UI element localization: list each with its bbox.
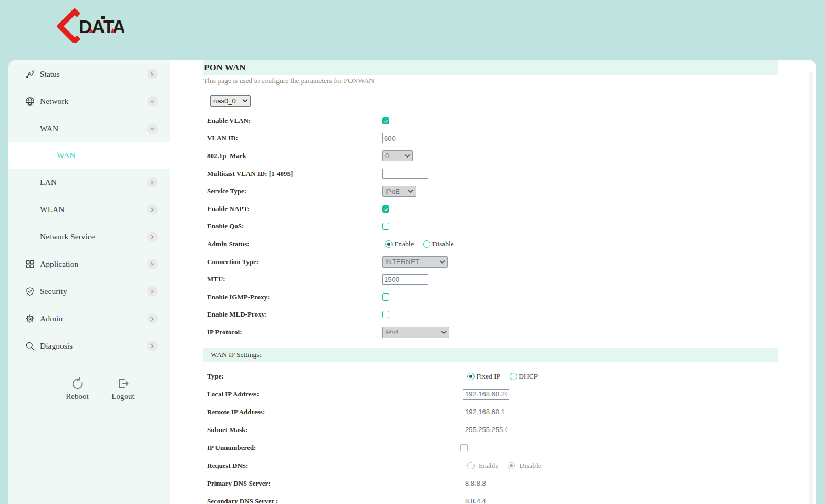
sidebar-item-label: WAN xyxy=(40,124,147,133)
local-ip-address-input[interactable] xyxy=(463,389,509,400)
radio-label: Disable xyxy=(519,461,541,470)
admin-status-enable-radio[interactable] xyxy=(385,240,393,248)
form-section-general: Enable VLAN: VLAN ID: 802.1p_Mark 0 xyxy=(203,112,778,341)
ip-protocol-select[interactable]: IPv4 xyxy=(382,327,449,338)
logout-button[interactable]: Logout xyxy=(107,376,139,401)
vlan-id-input[interactable] xyxy=(382,133,428,143)
magnifier-icon xyxy=(25,341,35,351)
chevron-right-icon[interactable] xyxy=(147,177,158,187)
form-row: Local IP Address: xyxy=(203,385,778,403)
dhcp-radio[interactable] xyxy=(510,373,517,380)
reboot-button[interactable]: Reboot xyxy=(61,376,94,401)
form-row: Enable IGMP-Proxy: xyxy=(203,288,778,306)
actions-divider xyxy=(100,374,100,403)
form-row: Primary DNS Server: xyxy=(203,475,778,492)
sidebar-item-label: Network xyxy=(40,97,147,106)
field-label: IP Protocol: xyxy=(203,328,382,337)
subnet-mask-input[interactable] xyxy=(463,425,509,435)
sidebar-item-application[interactable]: Application xyxy=(8,250,170,278)
connection-type-select[interactable]: INTERNET xyxy=(382,256,448,268)
form-row: MTU: xyxy=(203,270,778,288)
field-label: Enable VLAN: xyxy=(203,117,382,125)
chevron-right-icon[interactable] xyxy=(147,232,158,242)
sidebar-item-admin[interactable]: Admin xyxy=(8,305,170,332)
form-row: Enable VLAN: xyxy=(203,112,778,130)
form-row: Enable NAPT: xyxy=(203,200,778,218)
reboot-icon xyxy=(70,376,85,391)
enable-igmp-proxy-checkbox[interactable] xyxy=(382,293,389,301)
remote-ip-address-input[interactable] xyxy=(463,407,509,417)
request-dns-enable-radio[interactable] xyxy=(467,462,475,469)
chevron-down-icon[interactable] xyxy=(147,123,158,134)
sidebar-item-wan-group[interactable]: WAN xyxy=(8,115,170,142)
page-subtitle: This page is used to configure the param… xyxy=(203,77,778,85)
radio-label: DHCP xyxy=(519,372,538,381)
chevron-right-icon[interactable] xyxy=(147,204,158,215)
type-radio-group: Fixed IP DHCP xyxy=(467,372,547,381)
radio-label: Disable xyxy=(432,240,453,248)
8021p-mark-select[interactable]: 0 xyxy=(382,150,413,161)
field-label: Enable IGMP-Proxy: xyxy=(203,293,382,301)
page: DATA Status xyxy=(0,0,825,504)
field-label: Multicast VLAN ID: [1-4095] xyxy=(203,170,382,178)
admin-status-disable-radio[interactable] xyxy=(423,240,430,248)
form-row: Connection Type: INTERNET xyxy=(203,253,778,271)
sidebar-item-label: Application xyxy=(40,259,147,269)
wan-ip-settings-strip: WAN IP Settings: xyxy=(203,348,778,362)
form-row: Request DNS: Enable Disable xyxy=(203,457,778,475)
mtu-input[interactable] xyxy=(382,274,428,285)
page-title-strip: PON WAN xyxy=(203,60,778,75)
gear-icon xyxy=(25,314,35,323)
sidebar-item-label: Network Service xyxy=(40,232,147,242)
form-row: IP Protocol: IPv4 xyxy=(203,323,778,341)
field-label: Type: xyxy=(203,372,382,381)
field-label: IP Unnumbered: xyxy=(203,444,382,452)
sidebar-item-network[interactable]: Network xyxy=(8,88,170,115)
logo-text: DATA xyxy=(79,16,124,37)
field-label: Request DNS: xyxy=(203,461,382,470)
page-title: PON WAN xyxy=(203,62,246,73)
sidebar-item-status[interactable]: Status xyxy=(8,60,170,88)
field-label: Enable MLD-Proxy: xyxy=(203,310,382,319)
sidebar-item-label: Security xyxy=(40,287,147,296)
sidebar-item-lan[interactable]: LAN xyxy=(8,169,170,196)
request-dns-radio-group: Enable Disable xyxy=(467,461,551,470)
main-content: PON WAN This page is used to configure t… xyxy=(170,60,816,504)
header: DATA xyxy=(0,0,825,60)
field-label: Local IP Address: xyxy=(203,390,382,398)
chevron-right-icon[interactable] xyxy=(147,69,158,79)
sidebar-item-label: Admin xyxy=(40,314,147,323)
fixed-ip-radio[interactable] xyxy=(467,373,475,380)
chevron-right-icon[interactable] xyxy=(147,259,158,269)
request-dns-disable-radio[interactable] xyxy=(508,462,515,469)
sidebar-item-label: WAN xyxy=(57,151,170,160)
scrollbar[interactable] xyxy=(809,72,813,504)
secondary-dns-server-input[interactable] xyxy=(463,496,539,504)
interface-select[interactable]: nas0_0 xyxy=(210,95,251,107)
chevron-right-icon[interactable] xyxy=(147,286,158,297)
sidebar-item-network-service[interactable]: Network Service xyxy=(8,223,170,250)
enable-qos-checkbox[interactable] xyxy=(382,223,389,230)
service-type-select[interactable]: IPoE xyxy=(382,186,416,197)
chevron-right-icon[interactable] xyxy=(147,341,158,351)
form-row: Remote IP Address: xyxy=(203,403,778,421)
multicast-vlan-id-input[interactable] xyxy=(382,169,428,179)
primary-dns-server-input[interactable] xyxy=(463,478,539,489)
sidebar: Status Network WA xyxy=(8,60,170,504)
sidebar-item-diagnosis[interactable]: Diagnosis xyxy=(8,332,170,360)
activity-icon xyxy=(25,69,35,79)
sidebar-item-security[interactable]: Security xyxy=(8,278,170,305)
sidebar-item-wlan[interactable]: WLAN xyxy=(8,196,170,223)
sidebar-item-wan[interactable]: WAN xyxy=(8,142,170,169)
logout-icon xyxy=(116,376,130,391)
chevron-right-icon[interactable] xyxy=(147,313,158,324)
enable-mld-proxy-checkbox[interactable] xyxy=(382,311,389,318)
enable-napt-checkbox[interactable] xyxy=(382,205,389,213)
sidebar-item-label: WLAN xyxy=(40,205,147,214)
form-row: Enable QoS: xyxy=(203,218,778,236)
form-row: Subnet Mask: xyxy=(203,421,778,439)
chevron-down-icon[interactable] xyxy=(147,96,158,107)
ip-unnumbered-checkbox[interactable] xyxy=(460,444,468,452)
field-label: 802.1p_Mark xyxy=(203,152,382,160)
enable-vlan-checkbox[interactable] xyxy=(382,117,389,124)
